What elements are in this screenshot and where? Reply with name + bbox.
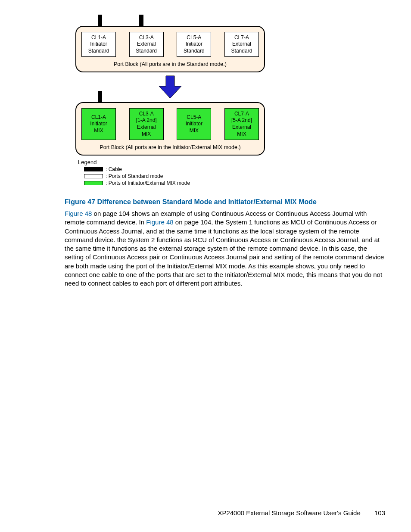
footer-page-number: 103 bbox=[374, 509, 385, 516]
port-name: CL1-A bbox=[83, 34, 115, 41]
port-name: CL3-A bbox=[131, 111, 162, 118]
port-mode: MIX bbox=[83, 128, 115, 134]
arrow-down-icon bbox=[75, 72, 265, 102]
port-box: CL5-A Initiator Standard bbox=[177, 32, 211, 57]
port-name: CL7-A bbox=[226, 34, 258, 41]
port-mode: Standard bbox=[83, 48, 115, 55]
port-box: CL1-A Initiator Standard bbox=[81, 32, 116, 57]
body-text: on page 104, the System 1 functions as M… bbox=[65, 218, 384, 287]
port-role: Initiator bbox=[83, 41, 115, 48]
legend-swatch-cable bbox=[84, 167, 103, 171]
legend-swatch-mix bbox=[84, 181, 103, 185]
port-role: Initiator bbox=[178, 121, 210, 128]
port-box: CL3-A External Standard bbox=[129, 32, 164, 57]
figure-title: Figure 47 Difference between Standard Mo… bbox=[65, 198, 385, 206]
port-role: External bbox=[226, 41, 258, 48]
footer-doc-title: XP24000 External Storage Software User's… bbox=[218, 509, 360, 516]
figure-link[interactable]: Figure 48 bbox=[146, 218, 173, 226]
legend-swatch-standard bbox=[84, 174, 103, 178]
port-role: External bbox=[226, 124, 258, 131]
port-role: Initiator bbox=[178, 41, 210, 48]
port-mode: Standard bbox=[178, 48, 210, 55]
port-box: CL7-A [5-A 2nd] External MIX bbox=[224, 108, 259, 140]
block-caption: Port Block (All ports are in the Initiat… bbox=[81, 140, 259, 153]
legend-title: Legend bbox=[78, 159, 265, 165]
block-caption: Port Block (All ports are in the Standar… bbox=[81, 57, 259, 70]
port-name: CL7-A bbox=[226, 111, 258, 118]
port-name: CL1-A bbox=[83, 114, 115, 121]
legend-label: : Ports of Standard mode bbox=[106, 173, 163, 179]
port-block-mix: CL1-A Initiator MIX CL3-A [1-A 2nd] Exte… bbox=[75, 102, 265, 156]
legend-label: : Ports of Initiator/External MIX mode bbox=[106, 180, 190, 186]
port-mode: MIX bbox=[178, 128, 210, 134]
port-name: CL5-A bbox=[178, 34, 210, 41]
port-sub: [5-A 2nd] bbox=[226, 117, 258, 124]
port-mode: Standard bbox=[131, 48, 162, 55]
page-footer: XP24000 External Storage Software User's… bbox=[218, 509, 385, 516]
svg-marker-0 bbox=[159, 76, 181, 98]
body-paragraph: Figure 48 on page 104 shows an example o… bbox=[65, 209, 385, 288]
port-role: External bbox=[131, 41, 162, 48]
port-mode: MIX bbox=[226, 131, 258, 138]
port-name: CL3-A bbox=[131, 34, 162, 41]
diagram: CL1-A Initiator Standard CL3-A External … bbox=[75, 26, 265, 186]
port-box: CL7-A External Standard bbox=[224, 32, 259, 57]
port-name: CL5-A bbox=[178, 114, 210, 121]
port-role: External bbox=[131, 124, 162, 131]
port-mode: MIX bbox=[131, 131, 162, 138]
port-role: Initiator bbox=[83, 121, 115, 128]
legend-label: : Cable bbox=[106, 166, 122, 172]
port-sub: [1-A 2nd] bbox=[131, 117, 162, 124]
figure-link[interactable]: Figure 48 bbox=[65, 210, 92, 217]
port-mode: Standard bbox=[226, 48, 258, 55]
port-box: CL1-A Initiator MIX bbox=[81, 108, 116, 140]
port-box: CL5-A Initiator MIX bbox=[177, 108, 211, 140]
port-box: CL3-A [1-A 2nd] External MIX bbox=[129, 108, 164, 140]
legend: Legend : Cable : Ports of Standard mode … bbox=[75, 159, 265, 186]
port-block-standard: CL1-A Initiator Standard CL3-A External … bbox=[75, 26, 265, 72]
